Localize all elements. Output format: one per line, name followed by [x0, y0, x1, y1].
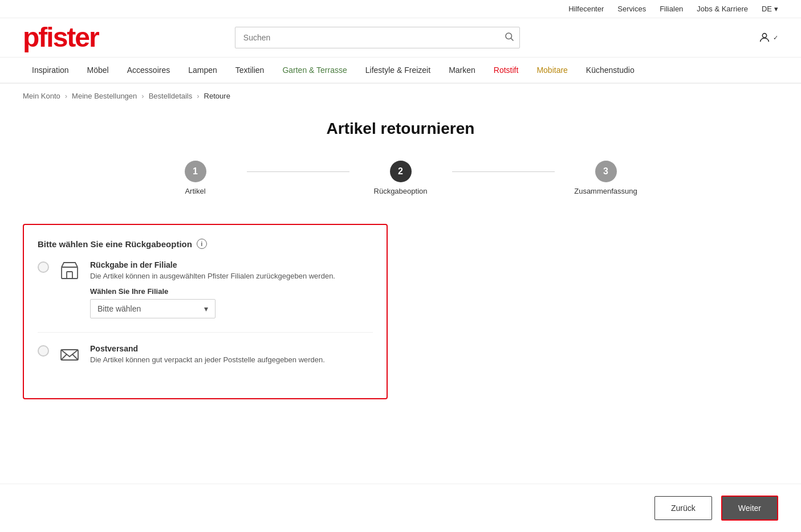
option-divider	[38, 332, 373, 333]
option-filiale-content: Rückgabe in der Filiale Die Artikel könn…	[90, 260, 373, 318]
logo[interactable]: pfister	[23, 24, 99, 51]
step-3-circle: 3	[595, 161, 617, 182]
nav-rotstift[interactable]: Rotstift	[485, 58, 528, 83]
filiale-section: Wählen Sie Ihre Filiale Bitte wählen ▾	[90, 287, 373, 318]
breadcrumb-sep-2: ›	[141, 92, 144, 100]
step-3-number: 3	[603, 166, 608, 177]
radio-filiale[interactable]	[38, 261, 49, 273]
step-1: 1 Artikel	[144, 161, 247, 195]
hilfecenter-link[interactable]: Hilfecenter	[568, 5, 604, 13]
main-content: Artikel retournieren 1 Artikel 2 Rückgab…	[0, 108, 801, 456]
nav-inspiration[interactable]: Inspiration	[23, 58, 78, 83]
breadcrumb-current: Retoure	[204, 92, 230, 100]
page-title: Artikel retournieren	[23, 120, 778, 138]
option-filiale-title: Rückgabe in der Filiale	[90, 260, 373, 269]
header: pfister ✓	[0, 18, 801, 58]
step-connector-2	[452, 171, 555, 172]
nav-marken[interactable]: Marken	[440, 58, 485, 83]
jobs-karriere-link[interactable]: Jobs & Karriere	[697, 5, 748, 13]
radio-post[interactable]	[38, 345, 49, 357]
filiale-placeholder: Bitte wählen	[97, 304, 141, 313]
svg-rect-3	[62, 267, 78, 279]
option-post-row: Postversand Die Artikel können gut verpa…	[38, 344, 373, 371]
step-2: 2 Rückgabeoption	[349, 161, 452, 195]
post-icon	[58, 343, 81, 366]
return-options-box: Bitte wählen Sie eine Rückgabeoption i R…	[23, 224, 388, 399]
step-3: 3 Zusammenfassung	[555, 161, 657, 195]
dropdown-arrow-icon: ▾	[204, 304, 208, 313]
step-2-number: 2	[398, 166, 403, 177]
svg-rect-4	[67, 272, 72, 279]
filiale-dropdown[interactable]: Bitte wählen ▾	[90, 299, 216, 318]
breadcrumb-bestellungen[interactable]: Meine Bestellungen	[72, 92, 137, 100]
svg-line-1	[511, 38, 513, 40]
chevron-down-icon: ▾	[774, 5, 778, 13]
option-post-title: Postversand	[90, 344, 373, 353]
info-icon[interactable]: i	[197, 239, 207, 249]
language-selector[interactable]: DE ▾	[762, 5, 778, 13]
step-2-label: Rückgabeoption	[374, 187, 428, 195]
main-nav: Inspiration Möbel Accessoires Lampen Tex…	[0, 58, 801, 84]
step-1-circle: 1	[185, 161, 206, 182]
breadcrumb-sep-3: ›	[197, 92, 199, 100]
svg-point-2	[762, 34, 766, 38]
search-bar	[235, 27, 520, 48]
box-title: Bitte wählen Sie eine Rückgabeoption i	[38, 239, 373, 249]
box-title-text: Bitte wählen Sie eine Rückgabeoption	[38, 239, 192, 249]
option-filiale-desc: Die Artikel können in ausgewählten Pfist…	[90, 272, 373, 280]
nav-textilien[interactable]: Textilien	[226, 58, 274, 83]
nav-kuchenstudio[interactable]: Küchenstudio	[577, 58, 644, 83]
option-post-desc: Die Artikel können gut verpackt an jeder…	[90, 355, 373, 364]
step-1-number: 1	[193, 166, 198, 177]
breadcrumb-sep-1: ›	[65, 92, 67, 100]
option-post-content: Postversand Die Artikel können gut verpa…	[90, 344, 373, 371]
header-right: ✓	[758, 31, 778, 44]
filiale-icon	[58, 259, 81, 282]
step-2-circle: 2	[390, 161, 412, 182]
nav-accessoires[interactable]: Accessoires	[118, 58, 179, 83]
svg-point-0	[506, 33, 512, 39]
breadcrumb: Mein Konto › Meine Bestellungen › Bestel…	[0, 84, 801, 108]
breadcrumb-mein-konto[interactable]: Mein Konto	[23, 92, 60, 100]
search-input[interactable]	[235, 27, 520, 48]
step-indicator: 1 Artikel 2 Rückgabeoption 3 Zusammenfas…	[144, 161, 657, 195]
step-3-label: Zusammenfassung	[574, 187, 637, 195]
breadcrumb-bestelldetails[interactable]: Bestelldetails	[149, 92, 193, 100]
nav-garten[interactable]: Garten & Terrasse	[273, 58, 356, 83]
checkmark-icon: ✓	[773, 34, 778, 42]
nav-mobitare[interactable]: Mobitare	[527, 58, 576, 83]
filiale-select-label: Wählen Sie Ihre Filiale	[90, 287, 373, 296]
top-bar: Hilfecenter Services Filialen Jobs & Kar…	[0, 0, 801, 18]
option-filiale-row: Rückgabe in der Filiale Die Artikel könn…	[38, 260, 373, 318]
search-icon[interactable]	[504, 31, 514, 44]
nav-lampen[interactable]: Lampen	[179, 58, 226, 83]
nav-mobel[interactable]: Möbel	[78, 58, 118, 83]
services-link[interactable]: Services	[617, 5, 646, 13]
user-account-icon[interactable]: ✓	[758, 31, 778, 44]
step-1-label: Artikel	[185, 187, 205, 195]
step-connector-1	[247, 171, 349, 172]
nav-lifestyle[interactable]: Lifestyle & Freizeit	[356, 58, 440, 83]
filialen-link[interactable]: Filialen	[660, 5, 683, 13]
language-label: DE	[762, 5, 772, 13]
